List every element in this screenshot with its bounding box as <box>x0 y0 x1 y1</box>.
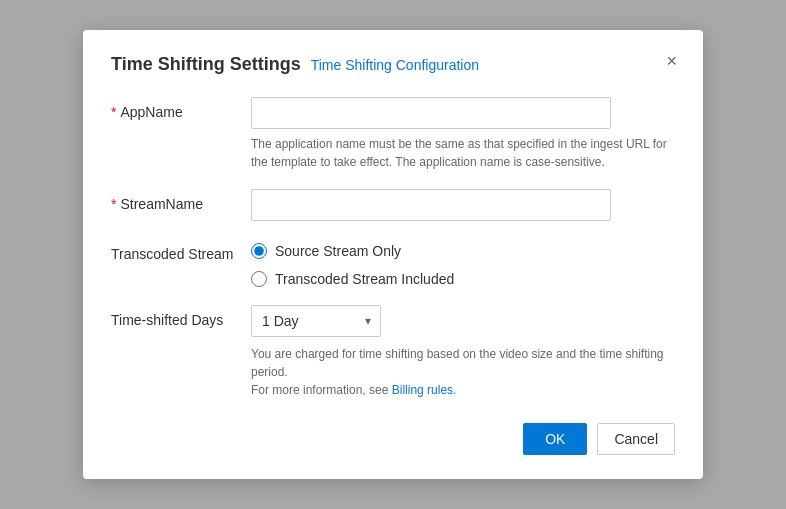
dialog-title: Time Shifting Settings <box>111 54 301 75</box>
radio-group: Source Stream Only Transcoded Stream Inc… <box>251 239 675 287</box>
transcoded-stream-label: Transcoded Stream <box>111 246 233 262</box>
time-shifted-days-label-col: Time-shifted Days <box>111 305 251 328</box>
required-star-appname: * <box>111 104 116 120</box>
required-star-streamname: * <box>111 196 116 212</box>
time-shifted-days-label: Time-shifted Days <box>111 312 223 328</box>
dialog-subtitle-link[interactable]: Time Shifting Configuration <box>311 57 479 73</box>
time-shifted-days-content: 1 Day 3 Days 7 Days 15 Days 30 Days ▾ Yo… <box>251 305 675 399</box>
stream-name-label-col: *StreamName <box>111 189 251 212</box>
dialog-footer: OK Cancel <box>111 423 675 455</box>
ok-button[interactable]: OK <box>523 423 587 455</box>
app-name-hint: The application name must be the same as… <box>251 135 671 171</box>
dialog: Time Shifting Settings Time Shifting Con… <box>83 30 703 479</box>
billing-rules-link[interactable]: Billing rules. <box>392 383 457 397</box>
billing-hint-line1: You are charged for time shifting based … <box>251 347 663 379</box>
radio-option-transcoded[interactable]: Transcoded Stream Included <box>251 271 675 287</box>
app-name-label: AppName <box>120 104 182 120</box>
close-button[interactable]: × <box>660 50 683 72</box>
stream-name-label: StreamName <box>120 196 202 212</box>
app-name-row: *AppName The application name must be th… <box>111 97 675 171</box>
billing-hint-line2: For more information, see <box>251 383 392 397</box>
dialog-header: Time Shifting Settings Time Shifting Con… <box>111 54 675 75</box>
app-name-input[interactable] <box>251 97 611 129</box>
cancel-button[interactable]: Cancel <box>597 423 675 455</box>
app-name-label-col: *AppName <box>111 97 251 120</box>
select-wrapper: 1 Day 3 Days 7 Days 15 Days 30 Days ▾ <box>251 305 381 337</box>
stream-name-content <box>251 189 675 221</box>
radio-source-label: Source Stream Only <box>275 243 401 259</box>
radio-source-stream[interactable] <box>251 243 267 259</box>
app-name-content: The application name must be the same as… <box>251 97 675 171</box>
radio-option-source[interactable]: Source Stream Only <box>251 243 675 259</box>
transcoded-stream-row: Transcoded Stream Source Stream Only Tra… <box>111 239 675 287</box>
dialog-overlay: Time Shifting Settings Time Shifting Con… <box>0 0 786 509</box>
stream-name-input[interactable] <box>251 189 611 221</box>
time-shifted-days-row: Time-shifted Days 1 Day 3 Days 7 Days 15… <box>111 305 675 399</box>
stream-name-row: *StreamName <box>111 189 675 221</box>
radio-transcoded-stream[interactable] <box>251 271 267 287</box>
radio-transcoded-label: Transcoded Stream Included <box>275 271 454 287</box>
transcoded-stream-label-col: Transcoded Stream <box>111 239 251 262</box>
transcoded-stream-content: Source Stream Only Transcoded Stream Inc… <box>251 239 675 287</box>
time-shifted-days-select[interactable]: 1 Day 3 Days 7 Days 15 Days 30 Days <box>251 305 381 337</box>
billing-hint: You are charged for time shifting based … <box>251 345 675 399</box>
